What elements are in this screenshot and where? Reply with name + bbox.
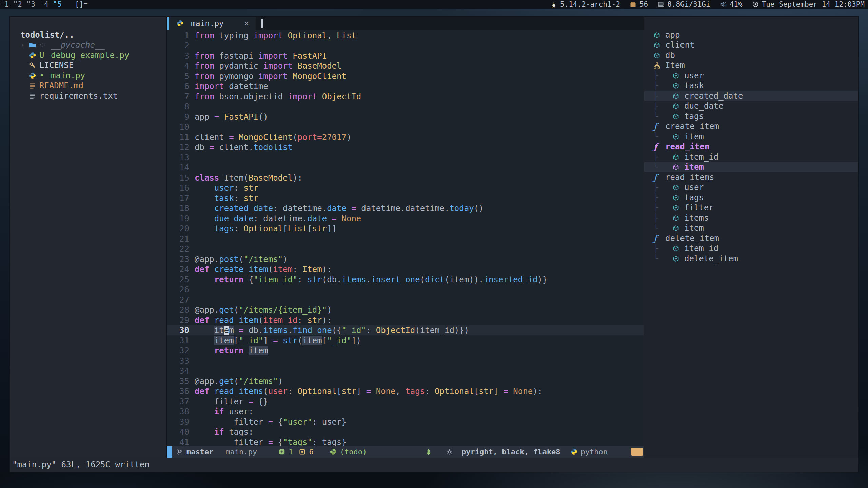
symbols-outline[interactable]: appclientdbItem├ user├ task├ created_dat… [644,17,858,458]
line-text: return item [195,346,268,356]
code-line-6[interactable]: 6import datetime [167,81,644,92]
volume-icon [720,1,727,8]
code-line-40[interactable]: 40if tags: [167,427,644,437]
workspace-4[interactable]: 4 [40,0,53,9]
tab-label: main.py [191,19,224,28]
code-line-20[interactable]: 20tags: Optional[List[str]] [167,224,644,234]
code-line-9[interactable]: 9app = FastAPI() [167,112,644,122]
code-line-16[interactable]: 16user: str [167,183,644,193]
code-line-17[interactable]: 17task: str [167,193,644,203]
outline-item-Item[interactable]: Item [644,60,858,70]
line-number: 32 [167,346,189,356]
outline-item-created_date[interactable]: ├ created_date [644,91,858,101]
code-line-5[interactable]: 5from pymongo import MongoClient [167,71,644,81]
tree-item-license[interactable]: LICENSE [10,60,166,70]
outline-item-user[interactable]: ├ user [644,70,858,81]
tree-guide: └ [654,255,673,263]
tree-item--pycache-[interactable]: ›__pycache__ [10,40,166,50]
code-line-25[interactable]: 25return {"item_id": str(db.items.insert… [167,274,644,285]
code-line-31[interactable]: 31item["_id"] = str(item["_id"]) [167,336,644,346]
code-line-32[interactable]: 32return item [167,346,644,356]
code-line-15[interactable]: 15class Item(BaseModel): [167,173,644,183]
line-text [195,295,214,305]
code-line-11[interactable]: 11client = MongoClient(port=27017) [167,132,644,142]
outline-item-item[interactable]: └ item [644,162,858,172]
code-editor[interactable]: 1from typing import Optional, List23from… [167,30,644,446]
code-line-18[interactable]: 18created_date: datetime.date = datetime… [167,203,644,214]
code-line-23[interactable]: 23@app.post("/items") [167,254,644,264]
code-line-2[interactable]: 2 [167,41,644,51]
scroll-progress-block [631,448,643,456]
code-line-22[interactable]: 22 [167,244,644,254]
outline-item-item_id[interactable]: ├ item_id [644,152,858,162]
tree-root-label[interactable]: todolist/.. [10,30,166,40]
outline-item-item_id[interactable]: ├ item_id [644,243,858,253]
code-line-33[interactable]: 33 [167,356,644,366]
outline-label: read_items [665,172,714,182]
code-line-10[interactable]: 10 [167,122,644,132]
tab-main-py[interactable]: main.py × [167,17,256,30]
line-number: 11 [167,132,189,142]
code-line-29[interactable]: 29def read_item(item_id: str): [167,315,644,325]
outline-item-item[interactable]: └ item [644,131,858,142]
tree-item-main-py[interactable]: •main.py [10,70,166,81]
code-line-1[interactable]: 1from typing import Optional, List [167,30,644,41]
git-status-badge: U [39,50,51,60]
code-line-21[interactable]: 21 [167,234,644,244]
code-line-4[interactable]: 4from pydantic import BaseModel [167,61,644,71]
line-number: 30 [167,325,189,336]
system-status-segment: 56 [630,0,648,8]
git-branch-label: master [186,448,213,456]
outline-item-filter[interactable]: ├ filter [644,203,858,213]
code-line-13[interactable]: 13 [167,152,644,163]
code-line-30[interactable]: 30item = db.items.find_one({"_id": Objec… [167,325,644,336]
tree-guide: └ [654,224,673,232]
code-line-27[interactable]: 27 [167,295,644,305]
outline-item-delete_item[interactable]: ƒdelete_item [644,233,858,243]
outline-item-due_date[interactable]: ├ due_date [644,101,858,111]
outline-item-read_item[interactable]: ƒread_item [644,142,858,152]
file-explorer[interactable]: todolist/..›__pycache__Udebug_example.py… [10,17,166,458]
outline-item-app[interactable]: app [644,30,858,40]
code-line-12[interactable]: 12db = client.todolist [167,142,644,152]
code-line-39[interactable]: 39filter = {"user": user} [167,417,644,427]
workspace-2[interactable]: 2 [13,0,26,9]
code-line-41[interactable]: 41filter = {"tags": tags} [167,437,644,446]
code-line-38[interactable]: 38if user: [167,407,644,417]
tree-item-requirements-txt[interactable]: requirements.txt [10,91,166,101]
tree-item-readme-md[interactable]: README.md [10,81,166,91]
outline-item-item[interactable]: └ item [644,223,858,233]
code-line-8[interactable]: 8 [167,102,644,112]
code-line-34[interactable]: 34 [167,366,644,376]
code-line-7[interactable]: 7from bson.objectid import ObjectId [167,92,644,102]
code-line-14[interactable]: 14 [167,163,644,173]
outline-item-user[interactable]: ├ user [644,182,858,192]
outline-item-client[interactable]: client [644,40,858,50]
tree-guide: └ [654,133,673,141]
outline-item-delete_item[interactable]: └ delete_item [644,253,858,264]
outline-item-tags[interactable]: ├ tags [644,192,858,203]
terminal-window: todolist/..›__pycache__Udebug_example.py… [9,16,859,472]
outline-item-tags[interactable]: └ tags [644,111,858,121]
code-line-36[interactable]: 36def read_items(user: Optional[str] = N… [167,386,644,396]
tab-close-icon[interactable]: × [244,19,249,28]
workspace-5[interactable]: 5 [53,0,66,9]
code-line-35[interactable]: 35@app.get("/items") [167,376,644,386]
line-text: from typing import Optional, List [195,30,356,41]
outline-item-db[interactable]: db [644,50,858,60]
tree-item-debug-example-py[interactable]: Udebug_example.py [10,50,166,60]
code-line-28[interactable]: 28@app.get("/items/{item_id}") [167,305,644,315]
outline-item-create_item[interactable]: ƒcreate_item [644,121,858,131]
line-number: 25 [167,274,189,285]
outline-item-task[interactable]: ├ task [644,81,858,91]
code-line-19[interactable]: 19due_date: datetime.date = None [167,214,644,224]
variable-cube-icon [673,113,684,120]
code-line-37[interactable]: 37filter = {} [167,396,644,407]
outline-item-read_items[interactable]: ƒread_items [644,172,858,182]
code-line-3[interactable]: 3from fastapi import FastAPI [167,51,644,61]
workspace-3[interactable]: 3 [26,0,40,9]
code-line-24[interactable]: 24def create_item(item: Item): [167,264,644,274]
workspace-1[interactable]: 1 [0,0,13,9]
code-line-26[interactable]: 26 [167,285,644,295]
outline-item-items[interactable]: ├ items [644,213,858,223]
